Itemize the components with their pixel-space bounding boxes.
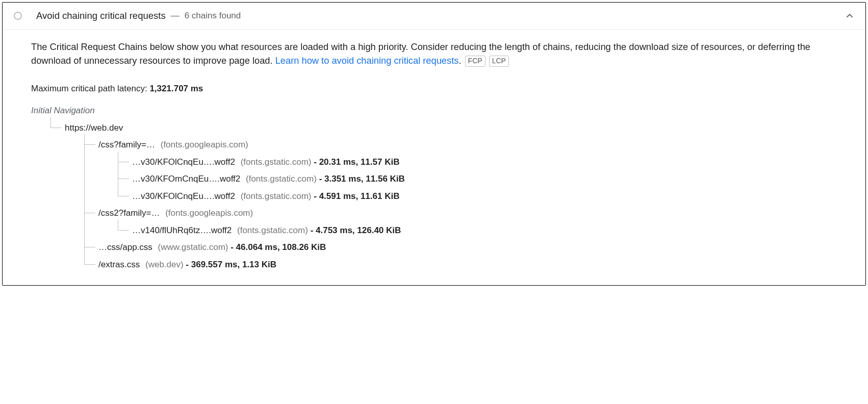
node-url: /css2?family=… [98,208,160,218]
request-chain-tree: Initial Navigation https://web.dev /css?… [31,104,843,271]
fcp-tag: FCP [465,56,486,67]
node-metric: 369.557 ms, 1.13 KiB [191,260,276,269]
node-host: (fonts.gstatic.com) [246,174,317,184]
node-host: (fonts.gstatic.com) [241,191,312,201]
tree-node: …v30/KFOlCnqEu….woff2 (fonts.gstatic.com… [118,186,843,203]
node-url: …css/app.css [98,242,152,252]
node-url: …v30/KFOlCnqEu….woff2 [132,157,235,167]
max-latency: Maximum critical path latency: 1,321.707… [31,82,843,95]
audit-subtitle: 6 chains found [185,9,241,22]
node-metric: 3.351 ms, 11.56 KiB [324,174,405,184]
node-url: https://web.dev [65,123,123,133]
learn-more-link[interactable]: Learn how to avoid chaining critical req… [275,55,459,66]
latency-value: 1,321.707 ms [149,84,203,93]
node-metric: 20.31 ms, 11.57 KiB [319,157,400,167]
node-host: (fonts.gstatic.com) [237,225,308,235]
status-icon [14,12,22,20]
node-host: (fonts.googleapis.com) [161,140,248,149]
node-url: /css?family=… [98,140,155,149]
node-url: /extras.css [98,260,140,269]
audit-header[interactable]: Avoid chaining critical requests — 6 cha… [3,3,865,30]
tree-root-label: Initial Navigation [31,104,843,117]
tree-node: /css2?family=… (fonts.googleapis.com) …v… [84,203,843,237]
node-host: (fonts.googleapis.com) [165,208,253,218]
audit-title: Avoid chaining critical requests [36,9,166,23]
collapse-chevron-icon[interactable] [844,10,855,21]
tree-node: /extras.css (web.dev) - 369.557 ms, 1.13… [84,254,843,271]
node-host: (fonts.gstatic.com) [241,157,312,167]
node-url: …v30/KFOlCnqEu….woff2 [132,191,235,201]
tree-node: …css/app.css (www.gstatic.com) - 46.064 … [84,237,843,254]
node-host: (www.gstatic.com) [158,242,228,252]
node-metric: 4.591 ms, 11.61 KiB [319,191,400,201]
tree-node: https://web.dev /css?family=… (fonts.goo… [50,117,843,271]
tree-node: /css?family=… (fonts.googleapis.com) …v3… [84,134,843,203]
title-separator: — [171,9,180,22]
latency-label: Maximum critical path latency: [31,84,149,93]
node-url: …v30/KFOmCnqEu….woff2 [132,174,240,184]
tree-node: …v30/KFOlCnqEu….woff2 (fonts.gstatic.com… [118,152,843,169]
node-host: (web.dev) [145,260,184,269]
audit-description: The Critical Request Chains below show y… [31,40,843,68]
node-metric: 46.064 ms, 108.26 KiB [236,242,326,252]
node-url: …v140/flUhRq6tz….woff2 [132,225,232,235]
audit-body: The Critical Request Chains below show y… [3,30,865,285]
audit-panel: Avoid chaining critical requests — 6 cha… [2,2,866,286]
description-post: . [458,55,461,66]
lcp-tag: LCP [489,56,509,67]
node-metric: 4.753 ms, 126.40 KiB [316,225,401,235]
tree-node: …v30/KFOmCnqEu….woff2 (fonts.gstatic.com… [118,168,843,186]
tree-node: …v140/flUhRq6tz….woff2 (fonts.gstatic.co… [118,220,843,237]
